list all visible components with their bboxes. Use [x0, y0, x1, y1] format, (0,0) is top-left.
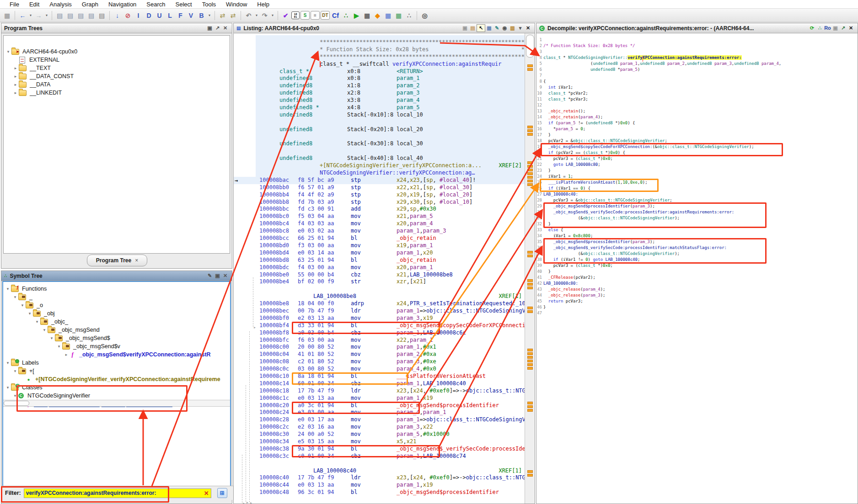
decompile-line[interactable]: 4class_t * NTGCodeSigningVerifier::verif… [536, 55, 858, 61]
cursor-tool-icon[interactable]: ↖ [477, 24, 485, 32]
listing-row[interactable]: 100008bf4d3 33 01 94bl_objc_msgSend$copy… [234, 322, 525, 329]
decompile-line[interactable]: 27LAB_100008c40: [536, 191, 858, 197]
listing-row[interactable]: undefined8x3:8param_4 [234, 97, 525, 104]
listing-row[interactable]: 100008c4896 3c 01 94bl_objc_msgSend$proc… [234, 489, 525, 496]
listing-row[interactable]: 100008bb8fd 7b 03 a9stpx29,x30,[sp, #loc… [234, 199, 525, 206]
listing-row[interactable]: class_t * __swiftcall verifyXPCConnectio… [234, 61, 525, 68]
export-icon[interactable]: ↗ [839, 25, 847, 32]
analysis-mark-icon[interactable] [527, 470, 533, 473]
analysis-mark-icon[interactable] [527, 68, 533, 71]
program-tree-item[interactable]: EXTERNAL [4, 56, 230, 64]
undo-caret[interactable]: ▾ [254, 11, 259, 21]
decompile-line[interactable]: 3 [536, 49, 858, 55]
decompile-line[interactable]: 6 undefined8 *param_5) [536, 67, 858, 73]
listing-row[interactable]: 100008c389a 30 01 94bl_objc_msgSend$_ver… [234, 446, 525, 453]
variable-V-icon[interactable]: V [186, 11, 196, 21]
expander-icon[interactable]: ▾ [12, 295, 18, 299]
listing-row[interactable]: 100008bc8e0 03 02 aamovparam_1,param_3 [234, 228, 525, 235]
close-icon[interactable]: ✕ [847, 25, 855, 32]
expander-icon[interactable]: ▸ [13, 74, 18, 79]
decompile-line[interactable]: 23 } [536, 168, 858, 174]
decompile-line[interactable]: 38 if (iVar1 != 0) goto LAB_100008c40; [536, 257, 858, 263]
listing-row[interactable]: 100008bd0f3 03 00 aamovx19,param_1 [234, 242, 525, 249]
decompile-line[interactable]: 30 _objc_msgSend$_verifySecCode:processI… [536, 209, 858, 215]
listing-row[interactable]: 100008be818 04 00 f0adrpx24,PTR_s_setIsT… [234, 300, 525, 308]
menu-item-search[interactable]: Search [141, 1, 170, 8]
analysis-mark-icon[interactable] [527, 133, 533, 136]
save-icon[interactable]: ▦ [2, 11, 12, 21]
listing-row[interactable]: 100008c1460 01 00 34cbzparam_1,LAB_10000… [234, 380, 525, 387]
analysis-mark-icon[interactable] [527, 251, 533, 254]
listing-row[interactable]: 100008bcc66 25 01 94bl_objc_retain [234, 235, 525, 242]
nav-in-icon[interactable]: ▤ [65, 11, 75, 21]
decompile-line[interactable]: 34 iVar1 = 0x8c800; [536, 233, 858, 239]
analysis-mark-icon[interactable] [527, 307, 533, 309]
symbol-tree-item[interactable]: ▾_objc_msgSend$v [3, 342, 230, 350]
symbol-tree-item[interactable]: ▾_obj [3, 309, 230, 318]
analysis-mark-icon[interactable] [527, 360, 533, 362]
listing-row[interactable]: 100008c08c2 01 80 52movparam_3,#0xe [234, 358, 525, 366]
expander-icon[interactable]: ▸ [13, 90, 18, 95]
diff-icon[interactable]: ✎ [493, 25, 501, 32]
analysis-mark-icon[interactable] [527, 283, 533, 286]
listing-row[interactable]: 100008c3024 00 a0 52movparam_5,#0x10000 [234, 431, 525, 438]
listing-row[interactable]: NTGCodeSigningVerifier::verifyXPCConnect… [234, 170, 525, 177]
listing-row[interactable]: 100008bb4f4 4f 02 a9stpx20,x19,[sp, #loc… [234, 191, 525, 199]
nav-history-icon[interactable]: ▤ [97, 11, 107, 21]
listing-row[interactable] [234, 133, 525, 141]
decompile-line[interactable]: 19 _objc_msgSend$copySecCodeForXPCConnec… [536, 144, 858, 150]
listing-scrollbar[interactable] [525, 33, 535, 504]
ro-badge[interactable]: Ro [824, 25, 831, 32]
symbol-tree-item[interactable]: ▾_o [3, 301, 230, 309]
analysis-mark-icon[interactable] [527, 180, 533, 182]
panel-caret[interactable]: ▾ [516, 25, 524, 32]
decompile-line[interactable]: 2/* Function Stack Size: 0x28 bytes */ [536, 43, 858, 49]
decompile-line[interactable]: 39 pcVar3 = (class_t *)0x0; [536, 263, 858, 269]
decompile-line[interactable]: 45 return pcVar3; [536, 298, 858, 304]
undo-icon[interactable]: ↶ [244, 11, 253, 21]
decompile-line[interactable]: 40 } [536, 269, 858, 275]
decompile-body[interactable]: 12/* Function Stack Size: 0x28 bytes */3… [536, 33, 858, 504]
filter-input[interactable] [24, 488, 211, 498]
analysis-mark-icon[interactable] [527, 129, 533, 132]
decompile-line[interactable]: 20 if (pcVar2 == (class_t *)0x0) { [536, 150, 858, 156]
binary-icon[interactable]: 1001 [291, 11, 300, 19]
decompile-line[interactable]: 42LAB_100008c80: [536, 281, 858, 286]
listing-row[interactable]: undefined8Stack[-0x30]:8local_30 [234, 140, 525, 148]
decompile-line[interactable]: 15 if (param_5 != (undefined8 *)0x0) { [536, 120, 858, 126]
expander-icon[interactable]: ▾ [5, 361, 11, 365]
window-icon[interactable]: ▣ [214, 272, 221, 279]
byte-B-icon[interactable]: B [197, 11, 206, 21]
listing-row[interactable]: 100008c28e0 03 17 aamovparam_1=>objc::cl… [234, 416, 525, 424]
analysis-mark-icon[interactable] [527, 169, 533, 171]
listing-row[interactable]: 100008c1817 7b 47 f9ldrx23,[x24, #0xef0]… [234, 387, 525, 395]
program-tree-item[interactable]: ▸__DATA_CONST [4, 72, 230, 80]
program-tree-item[interactable]: ▸__DATA [4, 80, 230, 89]
program-tree-item[interactable]: ▸__LINKEDIT [4, 89, 230, 97]
expander-icon[interactable]: ▾ [49, 336, 54, 340]
calltree-icon[interactable]: ∴ [341, 11, 351, 21]
expander-icon[interactable]: ▾ [12, 369, 18, 373]
listing-body[interactable]: → **************************************… [234, 33, 535, 504]
decompile-line[interactable]: 16 *param_5 = 0; [536, 126, 858, 132]
listing-row[interactable]: 100008bd4e0 03 14 aamovparam_1,x20 [234, 249, 525, 257]
decompile-line[interactable]: 32 } [536, 221, 858, 227]
back-icon[interactable]: ← [18, 11, 27, 21]
clear-code-icon[interactable]: ⊘ [123, 11, 133, 21]
listing-row[interactable]: 100008bc0f5 03 04 aamovx21,param_5 [234, 213, 525, 220]
decompile-line[interactable]: 33 else { [536, 227, 858, 233]
memory-map-icon[interactable]: ▦ [362, 11, 372, 21]
redo-caret[interactable]: ▾ [270, 11, 275, 21]
menu-item-help[interactable]: Help [252, 1, 274, 8]
table-export-icon[interactable]: ▦ [394, 11, 403, 21]
listing-row[interactable]: undefined8Stack[-0x20]:8local_20 [234, 126, 525, 133]
paste-icon[interactable]: ▤ [469, 25, 477, 32]
symbol-tree-hscrollbar[interactable] [3, 400, 230, 407]
expander-icon[interactable]: ▸ [64, 352, 69, 357]
datatype-manager-icon[interactable]: DT [321, 11, 330, 20]
byte-caret[interactable]: ▾ [207, 11, 212, 21]
listing-row[interactable]: undefined8x0:8param_1 [234, 75, 525, 82]
decompile-line[interactable]: 17 } [536, 132, 858, 138]
analysis-mark-icon[interactable] [527, 405, 533, 408]
menu-item-graph[interactable]: Graph [77, 1, 103, 8]
